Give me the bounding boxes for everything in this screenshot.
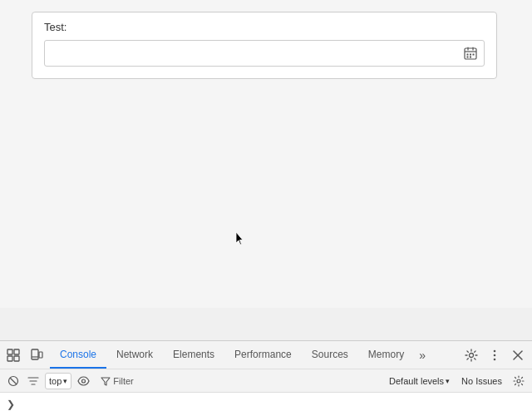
tab-sources[interactable]: Sources bbox=[302, 341, 358, 369]
svg-rect-5 bbox=[470, 54, 471, 56]
no-issues-badge: No Issues bbox=[456, 374, 507, 388]
devtools-panel: Console Network Elements Performance Sou… bbox=[0, 340, 532, 416]
svg-rect-7 bbox=[467, 57, 469, 58]
close-devtools-button[interactable] bbox=[507, 345, 529, 365]
svg-point-17 bbox=[494, 349, 496, 352]
svg-rect-10 bbox=[14, 349, 19, 354]
svg-point-16 bbox=[470, 353, 474, 357]
svg-point-27 bbox=[82, 379, 86, 383]
tab-icons bbox=[3, 345, 47, 365]
tabs-right-icons bbox=[461, 345, 529, 365]
console-prompt-arrow[interactable]: ❯ bbox=[7, 399, 15, 410]
svg-point-28 bbox=[517, 379, 520, 383]
svg-rect-8 bbox=[470, 57, 471, 58]
svg-rect-9 bbox=[7, 349, 12, 354]
filter-toggle-button[interactable] bbox=[25, 373, 42, 389]
console-toolbar: top ▾ Filter Default levels ▾ No Issues bbox=[0, 369, 532, 393]
more-options-button[interactable] bbox=[484, 345, 505, 365]
inspect-element-button[interactable] bbox=[3, 345, 23, 365]
default-levels-label: Default levels bbox=[389, 376, 444, 386]
tabs-bar: Console Network Elements Performance Sou… bbox=[0, 341, 532, 369]
svg-rect-6 bbox=[473, 54, 475, 56]
tab-performance[interactable]: Performance bbox=[224, 341, 302, 369]
tab-console[interactable]: Console bbox=[50, 341, 106, 369]
tab-elements[interactable]: Elements bbox=[163, 341, 224, 369]
test-form-box: Test: bbox=[32, 12, 497, 79]
calendar-icon bbox=[464, 47, 477, 60]
top-frame-arrow: ▾ bbox=[63, 377, 67, 385]
settings-button[interactable] bbox=[461, 345, 482, 365]
tabs-overflow-button[interactable]: » bbox=[414, 345, 431, 365]
svg-point-18 bbox=[494, 354, 496, 356]
svg-rect-12 bbox=[14, 356, 19, 361]
filter-button[interactable]: Filter bbox=[96, 374, 138, 388]
tab-memory[interactable]: Memory bbox=[358, 341, 414, 369]
clear-console-button[interactable] bbox=[5, 373, 22, 389]
main-content: Test: bbox=[0, 0, 532, 308]
device-toolbar-button[interactable] bbox=[27, 345, 47, 365]
eye-button[interactable] bbox=[75, 374, 92, 389]
default-levels-arrow: ▾ bbox=[446, 377, 450, 385]
tab-network[interactable]: Network bbox=[106, 341, 163, 369]
tabs-list: Console Network Elements Performance Sou… bbox=[50, 341, 461, 369]
svg-rect-4 bbox=[467, 54, 469, 56]
console-content: ❯ bbox=[0, 393, 532, 416]
no-issues-label: No Issues bbox=[461, 376, 502, 386]
svg-line-23 bbox=[11, 378, 17, 384]
top-frame-selector[interactable]: top ▾ bbox=[45, 373, 71, 389]
svg-rect-13 bbox=[32, 349, 38, 359]
cursor bbox=[235, 231, 245, 246]
calendar-button[interactable] bbox=[462, 45, 479, 62]
test-form-input-row bbox=[44, 40, 485, 67]
console-settings-button[interactable] bbox=[510, 373, 527, 389]
svg-point-19 bbox=[494, 358, 496, 360]
filter-label: Filter bbox=[113, 376, 133, 386]
test-form-label: Test: bbox=[44, 21, 485, 33]
svg-rect-14 bbox=[39, 352, 42, 358]
default-levels-button[interactable]: Default levels ▾ bbox=[386, 374, 453, 388]
svg-rect-11 bbox=[7, 356, 12, 361]
test-form-input[interactable] bbox=[50, 47, 462, 60]
top-frame-value: top bbox=[49, 376, 62, 386]
